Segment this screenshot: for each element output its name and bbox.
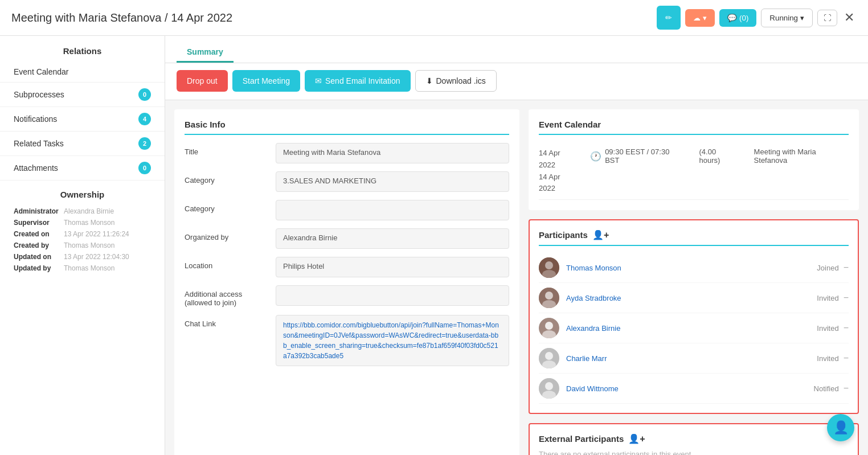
sidebar-label-related-tasks: Related Tasks — [14, 139, 64, 148]
svg-point-4 — [545, 292, 553, 300]
event-name: Meeting with Maria Stefanova — [754, 147, 849, 165]
event-dates: 14 Apr 202214 Apr 2022 — [539, 147, 578, 195]
event-time: 09:30 EEST / 07:30 BST — [605, 147, 683, 165]
participant-status-ayda: Invited — [817, 294, 838, 302]
avatar-thomas — [539, 257, 559, 278]
relations-title: Relations — [0, 36, 165, 62]
add-participant-icon[interactable]: 👤+ — [592, 229, 609, 240]
running-button[interactable]: Running ▾ — [761, 9, 813, 27]
dropout-button[interactable]: Drop out — [177, 70, 228, 92]
ownership-updated-by: Updated by Thomas Monson — [14, 264, 151, 272]
field-category-1: Category 3.SALES AND MARKETING — [185, 171, 509, 192]
ownership-updated-on: Updated on 13 Apr 2022 12:04:30 — [14, 253, 151, 261]
sidebar: Relations Event Calendar Subprocesses 0 … — [0, 36, 165, 455]
ownership-section: Ownership Administrator Alexandra Birnie… — [0, 181, 165, 281]
ownership-created-by: Created by Thomas Monson — [14, 241, 151, 249]
external-participants-empty: There are no external participants in th… — [539, 450, 691, 455]
event-calendar-section: Event Calendar 14 Apr 202214 Apr 2022 🕐 … — [529, 109, 859, 210]
participant-david: David Wittnome Notified − — [539, 374, 849, 404]
participant-name-ayda[interactable]: Ayda Stradbroke — [566, 294, 817, 302]
participants-title: Participants — [539, 230, 588, 240]
svg-point-10 — [545, 352, 553, 360]
avatar-alexandra — [539, 318, 559, 338]
cloud-icon: ☁ — [693, 14, 701, 22]
sidebar-item-related-tasks[interactable]: Related Tasks 2 — [0, 132, 165, 156]
download-icon: ⬇ — [426, 76, 433, 85]
avatar-ayda — [539, 288, 559, 308]
email-icon: ✉ — [315, 76, 322, 85]
participant-name-david[interactable]: David Wittnome — [566, 384, 814, 393]
body: Relations Event Calendar Subprocesses 0 … — [0, 36, 868, 455]
download-ics-button[interactable]: ⬇ Download .ics — [415, 70, 497, 92]
participant-name-thomas[interactable]: Thomas Monson — [566, 264, 817, 272]
sidebar-item-subprocesses[interactable]: Subprocesses 0 — [0, 83, 165, 107]
ownership-created-on: Created on 13 Apr 2022 11:26:24 — [14, 230, 151, 238]
ownership-supervisor: Supervisor Thomas Monson — [14, 219, 151, 227]
sidebar-badge-related-tasks: 2 — [138, 137, 151, 150]
participant-status-alexandra: Invited — [817, 324, 838, 333]
add-external-icon[interactable]: 👤+ — [628, 433, 645, 444]
content-grid: Basic Info Title Meeting with Maria Stef… — [165, 100, 868, 455]
svg-point-13 — [545, 382, 553, 390]
field-category-2: Category — [185, 200, 509, 220]
sidebar-label-attachments: Attachments — [14, 163, 58, 173]
external-participants-header: External Participants 👤+ — [539, 433, 849, 444]
send-email-button[interactable]: ✉ Send Email Invitation — [305, 70, 411, 92]
start-meeting-button[interactable]: Start Meeting — [232, 70, 300, 92]
participant-remove-david[interactable]: − — [844, 383, 849, 393]
avatar-charlie — [539, 348, 559, 368]
expand-icon: ⛶ — [824, 14, 831, 22]
fab-button[interactable]: 👤 — [827, 414, 854, 441]
sidebar-item-notifications[interactable]: Notifications 4 — [0, 107, 165, 132]
expand-button[interactable]: ⛶ — [817, 10, 837, 26]
sidebar-badge-subprocesses: 0 — [138, 88, 151, 101]
sidebar-item-event-calendar[interactable]: Event Calendar — [0, 62, 165, 83]
sidebar-item-attachments[interactable]: Attachments 0 — [0, 156, 165, 181]
right-panel: Event Calendar 14 Apr 202214 Apr 2022 🕐 … — [529, 109, 859, 455]
field-chat-link: Chat Link https://bbb.comidor.com/bigblu… — [185, 315, 509, 366]
sidebar-label-subprocesses: Subprocesses — [14, 90, 64, 99]
participant-ayda: Ayda Stradbroke Invited − — [539, 283, 849, 313]
participant-status-thomas: Joined — [817, 264, 838, 272]
participant-remove-charlie[interactable]: − — [844, 353, 849, 363]
field-additional-access: Additional access(allowed to join) — [185, 285, 509, 307]
external-participants-title: External Participants — [539, 434, 624, 444]
main-inner: Summary Drop out Start Meeting ✉ Send Em… — [165, 36, 868, 455]
comment-button[interactable]: 💬 (0) — [719, 9, 756, 27]
participant-name-charlie[interactable]: Charlie Marr — [566, 354, 817, 363]
participant-status-charlie: Invited — [817, 354, 838, 363]
sidebar-label-event-calendar: Event Calendar — [14, 67, 69, 76]
participant-charlie: Charlie Marr Invited − — [539, 343, 849, 374]
page-title: Meeting with Maria Stefanova / 14 Apr 20… — [11, 11, 232, 24]
tab-summary[interactable]: Summary — [177, 43, 234, 63]
ownership-title: Ownership — [14, 190, 151, 199]
sidebar-label-notifications: Notifications — [14, 114, 57, 124]
event-row: 14 Apr 202214 Apr 2022 🕐 09:30 EEST / 07… — [539, 143, 849, 200]
ownership-administrator: Administrator Alexandra Birnie — [14, 207, 151, 215]
participant-remove-thomas[interactable]: − — [844, 263, 849, 273]
action-bar: Drop out Start Meeting ✉ Send Email Invi… — [165, 63, 868, 100]
basic-info-title: Basic Info — [185, 120, 509, 135]
cloud-button[interactable]: ☁ ▾ — [685, 9, 715, 27]
event-duration: (4.00 hours) — [699, 147, 738, 165]
sidebar-badge-notifications: 4 — [138, 113, 151, 125]
participant-remove-ayda[interactable]: − — [844, 293, 849, 303]
basic-info-section: Basic Info Title Meeting with Maria Stef… — [174, 109, 519, 455]
participant-remove-alexandra[interactable]: − — [844, 323, 849, 333]
edit-button[interactable]: ✏ — [657, 6, 681, 30]
app-container: Meeting with Maria Stefanova / 14 Apr 20… — [0, 0, 868, 455]
participant-thomas: Thomas Monson Joined − — [539, 253, 849, 283]
fab-icon: 👤 — [833, 420, 849, 435]
running-label: Running — [769, 14, 798, 22]
comment-icon: 💬 — [727, 14, 739, 22]
avatar-david — [539, 378, 559, 399]
running-chevron-icon: ▾ — [800, 14, 804, 22]
participant-alexandra: Alexandra Birnie Invited − — [539, 313, 849, 343]
external-participants-section: External Participants 👤+ There are no ex… — [529, 423, 859, 455]
clock-icon: 🕐 — [590, 151, 601, 162]
header: Meeting with Maria Stefanova / 14 Apr 20… — [0, 0, 868, 36]
sidebar-badge-attachments: 0 — [138, 162, 151, 174]
close-button[interactable]: ✕ — [842, 8, 857, 27]
participant-name-alexandra[interactable]: Alexandra Birnie — [566, 324, 817, 333]
svg-point-7 — [545, 322, 553, 330]
